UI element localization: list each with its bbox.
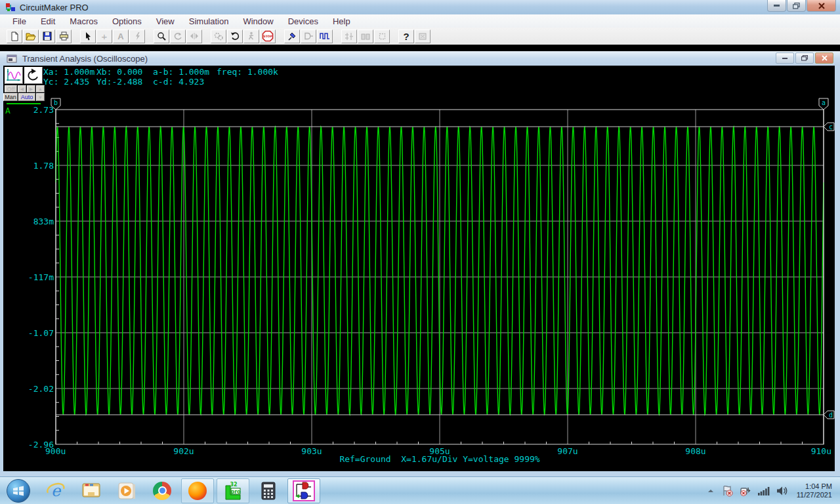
cursor-c-flag[interactable]: c	[824, 123, 834, 131]
context-help-button[interactable]	[415, 30, 430, 43]
restore-button[interactable]	[787, 0, 806, 12]
menu-file[interactable]: File	[5, 15, 33, 28]
cursor-c-letter: c	[829, 123, 833, 131]
speaker-icon	[776, 486, 788, 496]
save-button[interactable]	[39, 30, 55, 43]
binoculars-gray-icon	[361, 32, 370, 41]
context-chip-gray-icon	[418, 32, 427, 41]
mirror-button[interactable]	[186, 30, 202, 43]
scope-close-icon	[822, 55, 828, 61]
stop-simulation-button[interactable]: STOP	[260, 30, 276, 43]
scope-close-button[interactable]	[815, 52, 833, 64]
scope-minimize-button[interactable]	[776, 52, 794, 64]
find-tool-button[interactable]	[358, 30, 373, 43]
new-file-icon	[10, 32, 19, 41]
cursor-a-flag[interactable]: a	[819, 98, 828, 110]
menu-macros[interactable]: Macros	[62, 15, 105, 28]
menu-view[interactable]: View	[149, 15, 182, 28]
pins-tool-button[interactable]	[341, 30, 357, 43]
open-folder-icon	[26, 32, 36, 41]
taskbar: e	[0, 476, 840, 504]
scope-restore-button[interactable]	[795, 52, 814, 64]
windows-flag-icon	[12, 486, 24, 496]
oscilloscope-window: Transient Analysis (Oscilloscope)	[0, 51, 840, 476]
taskbar-circuitmaker-active[interactable]	[287, 478, 320, 503]
square-wave-icon	[320, 32, 330, 40]
taskbar-media-player[interactable]	[114, 478, 140, 504]
lightning-icon	[134, 32, 141, 41]
taskbar-clock[interactable]: 1:04 PM 11/27/2021	[797, 482, 832, 499]
cursor-b-flag[interactable]: b	[51, 98, 60, 110]
toolbar: + A	[0, 28, 840, 45]
help-button[interactable]: ?	[398, 30, 414, 43]
minimize-button[interactable]	[767, 0, 786, 12]
scope-window-icon	[7, 54, 17, 63]
memory-tool-button[interactable]	[374, 30, 390, 43]
chip-gray-icon	[378, 32, 387, 41]
tray-show-hidden-button[interactable]	[707, 488, 715, 494]
chrome-icon	[153, 482, 171, 500]
cursor-a-letter: a	[822, 99, 826, 106]
mirror-gray-icon	[190, 32, 199, 40]
taskbar-circuitmaker-launcher[interactable]: 32 pro	[217, 478, 249, 503]
tray-volume[interactable]	[776, 486, 788, 496]
wire-tool-button[interactable]: +	[96, 30, 112, 43]
gate-probe-button[interactable]	[301, 30, 316, 43]
menu-simulation[interactable]: Simulation	[182, 15, 236, 28]
file-toolbar-group	[7, 30, 72, 43]
oscilloscope-plot[interactable]: b a c d	[3, 66, 835, 471]
taskbar-chrome[interactable]	[149, 478, 175, 504]
menu-edit[interactable]: Edit	[33, 15, 62, 28]
close-icon	[818, 3, 825, 9]
signal-bars-icon	[758, 486, 770, 495]
probe-tool-button[interactable]	[284, 30, 300, 43]
scope-restore-icon	[801, 55, 808, 61]
main-titlebar: CircuitMaker PRO	[0, 0, 840, 14]
tray-action-center[interactable]	[721, 485, 733, 497]
digital-waveform-button[interactable]	[317, 30, 333, 43]
circuitmaker-pro-icon: 32 pro	[222, 480, 243, 501]
taskbar-firefox[interactable]	[181, 478, 214, 503]
help-toolbar-group: ?	[398, 30, 431, 43]
menu-options[interactable]: Options	[105, 15, 149, 28]
simulation-toolbar-group: STOP	[211, 30, 276, 43]
rotate-view-button[interactable]	[170, 30, 186, 43]
scope-window-controls	[774, 52, 833, 64]
taskbar-internet-explorer[interactable]: e	[43, 478, 69, 504]
cursor-b-letter: b	[54, 99, 58, 106]
magnifier-icon	[157, 32, 166, 41]
scope-titlebar[interactable]: Transient Analysis (Oscilloscope)	[0, 51, 840, 66]
schematic-window-icon	[293, 480, 315, 501]
menu-help[interactable]: Help	[326, 15, 358, 28]
start-button[interactable]	[7, 479, 30, 503]
power-plug-icon	[740, 485, 751, 497]
chevron-up-icon	[707, 488, 715, 494]
step-simulation-button[interactable]	[243, 30, 259, 43]
menu-window[interactable]: Window	[236, 15, 280, 28]
open-file-button[interactable]	[23, 30, 39, 43]
cursor-d-flag[interactable]: d	[824, 411, 834, 419]
tray-power-status[interactable]	[740, 485, 751, 497]
screen: CircuitMaker PRO File Edit Macros Option…	[0, 0, 840, 504]
system-tray: 1:04 PM 11/27/2021	[704, 477, 835, 504]
firefox-icon	[188, 482, 207, 500]
taskbar-file-explorer[interactable]	[78, 478, 104, 504]
text-tool-button[interactable]: A	[113, 30, 129, 43]
select-cursor-button[interactable]	[80, 30, 96, 43]
text-tool-icon: A	[117, 32, 123, 41]
close-button[interactable]	[807, 0, 836, 12]
tray-network[interactable]	[758, 486, 770, 495]
delete-tool-button[interactable]	[129, 30, 145, 43]
scope-body: Off ◀ ▶ ▲ Man Auto ▼ Xa: 1.000m Xb: 0.00…	[3, 66, 835, 471]
gate-gray-icon	[303, 32, 314, 40]
circuitmaker-app-icon	[5, 3, 16, 12]
setup-gears-button[interactable]	[211, 30, 226, 43]
mdi-area: Transient Analysis (Oscilloscope)	[0, 45, 840, 476]
print-button[interactable]	[56, 30, 72, 43]
menu-devices[interactable]: Devices	[281, 15, 326, 28]
taskbar-calculator[interactable]	[255, 478, 282, 504]
zoom-tool-button[interactable]	[154, 30, 169, 43]
reset-simulation-button[interactable]	[227, 30, 243, 43]
new-file-button[interactable]	[7, 30, 22, 43]
internet-explorer-icon: e	[46, 481, 66, 501]
